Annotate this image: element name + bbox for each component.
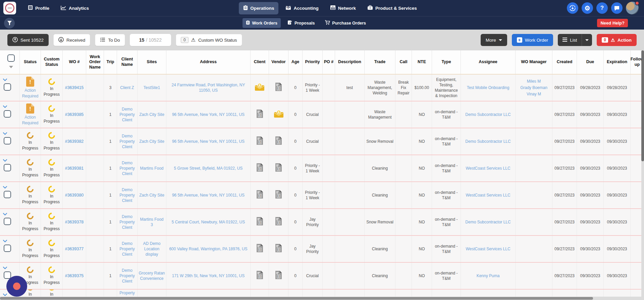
wo-link[interactable]: #3639381 [65, 166, 84, 171]
site-link[interactable]: Grocery Ratan Convenience [139, 270, 165, 281]
company-logo[interactable] [3, 2, 16, 14]
col-header-assignee[interactable]: Assignee [461, 50, 516, 74]
col-header-client-name[interactable]: Client Name [117, 50, 138, 74]
horizontal-scrollbar-thumb[interactable] [0, 297, 593, 300]
col-header-priority[interactable]: Priority [303, 50, 323, 74]
expand-row-icon[interactable] [3, 104, 7, 110]
wo-link[interactable]: #3639377 [65, 246, 84, 252]
client-name-link[interactable]: Demo Property Client [118, 133, 136, 150]
col-header-client[interactable]: Client [251, 50, 269, 74]
client-name-link[interactable]: Demo Property Client [118, 106, 136, 123]
assignee-link[interactable]: Demo Subcontractor LLC [465, 219, 511, 225]
status-label[interactable]: Action Required [21, 115, 40, 125]
expand-row-icon[interactable] [3, 212, 7, 217]
address-link[interactable]: 96 5th Avenue, New York, NY 10011, US [172, 112, 245, 117]
client-name-link[interactable]: Demo Property Client [118, 160, 136, 177]
expand-all-caret-icon[interactable] [9, 66, 13, 68]
row-checkbox[interactable] [4, 218, 11, 225]
assignee-link[interactable]: Demo Subcontractor LLC [465, 139, 511, 144]
nav-item-network[interactable]: Network [326, 2, 360, 14]
wo-link[interactable]: #3639382 [65, 139, 84, 144]
list-view-button[interactable]: List [558, 34, 592, 46]
row-checkbox[interactable] [4, 137, 11, 144]
expand-row-icon[interactable] [3, 77, 7, 83]
col-header-due[interactable]: Due [577, 50, 604, 74]
assignee-link[interactable]: Kenny Puma [477, 273, 500, 278]
client-name-link[interactable]: Demo Property Client [118, 241, 136, 257]
col-header-created[interactable]: Created [552, 50, 577, 74]
client-name-link[interactable]: Client Z [120, 85, 134, 90]
address-link[interactable]: 96 5th Avenue, New York, NY 10011, US [172, 192, 245, 198]
client-name-link[interactable]: Demo Property Client [118, 214, 136, 230]
site-link[interactable]: AD Demo Location display [139, 241, 165, 257]
expand-row-icon[interactable] [3, 265, 7, 271]
row-checkbox[interactable] [4, 110, 11, 118]
todo-filter-button[interactable]: To Do [95, 34, 125, 46]
funnel-icon[interactable] [4, 18, 15, 29]
assignee-link[interactable]: Test Mobile Onboarding [467, 85, 509, 90]
col-header-sites[interactable]: Sites [138, 50, 166, 74]
col-header-trade[interactable]: Trade [365, 50, 395, 74]
expand-row-icon[interactable] [3, 239, 7, 244]
expand-row-icon[interactable] [3, 158, 7, 163]
wo-link[interactable]: #3639375 [65, 273, 84, 279]
horizontal-scrollbar[interactable] [0, 297, 644, 300]
tab-purchase-orders[interactable]: Purchase Orders [321, 18, 369, 28]
need-help-button[interactable]: Need Help? [597, 19, 628, 27]
assignee-link[interactable]: WestCoast Services LLC [466, 166, 510, 171]
assignee-link[interactable]: WestCoast Services LLC [466, 192, 510, 198]
address-link[interactable]: 5 Central Court, Newbury, MA 01922, US [172, 219, 245, 225]
row-checkbox[interactable] [4, 191, 11, 198]
client-name-link[interactable]: Demo Property Client [118, 290, 136, 297]
expand-row-icon[interactable] [3, 185, 7, 190]
row-checkbox[interactable] [4, 83, 11, 91]
col-header-nte[interactable]: NTE [412, 50, 432, 74]
col-header-wo-[interactable]: WO # [63, 50, 86, 74]
status-label[interactable]: Action Required [21, 88, 40, 98]
assignee-link[interactable]: Demo Subcontractor LLC [465, 112, 511, 117]
user-avatar[interactable] [626, 2, 639, 14]
col-header-work-order-name[interactable]: Work Order Name [86, 50, 104, 74]
accessibility-widget-button[interactable] [6, 276, 27, 297]
col-header-type[interactable]: Type [432, 50, 461, 74]
select-all-checkbox[interactable] [7, 54, 15, 62]
chat-icon[interactable] [611, 2, 623, 14]
more-button[interactable]: More [481, 34, 507, 46]
col-header-custom-status[interactable]: Custom Status [41, 50, 63, 74]
col-header-status[interactable]: Status [20, 50, 41, 74]
client-name-link[interactable]: Demo Property Client [118, 187, 136, 204]
vertical-scrollbar-thumb[interactable] [641, 50, 644, 161]
nav-item-accounting[interactable]: $ Accounting [281, 2, 323, 14]
download-center-icon[interactable] [567, 2, 578, 14]
site-link[interactable]: Zach City Site [139, 192, 164, 198]
col-header-expiration[interactable]: Expiration [604, 50, 631, 74]
wo-manager-link[interactable]: Vinay M [527, 91, 541, 97]
site-link[interactable]: Zach City Site [139, 112, 164, 117]
address-link[interactable]: 171 W 29th St, New York, NY 10001, US [172, 273, 245, 278]
row-checkbox[interactable] [4, 245, 11, 252]
col-header-description[interactable]: Description [335, 50, 365, 74]
site-link[interactable]: TestSite1 [144, 85, 160, 90]
tab-proposals[interactable]: Proposals [284, 18, 318, 28]
address-link[interactable]: 5 Grove Street, Byfield, MA 01922, US [174, 166, 243, 171]
assignee-link[interactable]: WestCoast Services LLC [466, 246, 510, 252]
wo-manager-link[interactable]: Miles M [527, 79, 541, 84]
row-checkbox[interactable] [4, 164, 11, 171]
tab-work-orders[interactable]: Work Orders [243, 18, 281, 28]
list-dropdown-toggle[interactable] [582, 34, 592, 46]
wo-link[interactable]: #3639380 [65, 192, 84, 198]
client-name-link[interactable]: Demo Property Client [118, 268, 136, 284]
nav-item-profile[interactable]: Profile [23, 2, 54, 14]
address-link[interactable]: 600 Valley Road, Warrington, PA 18976, U… [169, 246, 247, 252]
help-icon[interactable]: ? [596, 2, 608, 14]
expand-row-icon[interactable] [3, 292, 7, 297]
received-filter-button[interactable]: Received [53, 34, 90, 46]
nav-item-operations[interactable]: Operations [239, 2, 278, 14]
col-header-wo-manager[interactable]: WO Manager [516, 50, 552, 74]
settings-gear-icon[interactable]: ⚙ [582, 2, 593, 14]
wo-link[interactable]: #3639378 [65, 219, 84, 225]
address-link[interactable]: 24 Farmview Road, Port Washington, NY 11… [167, 82, 249, 93]
wo-manager-link[interactable]: Grady Boeman [520, 85, 547, 90]
col-header-vendor[interactable]: Vendor [269, 50, 288, 74]
site-link[interactable]: Zach City Site [139, 139, 164, 144]
